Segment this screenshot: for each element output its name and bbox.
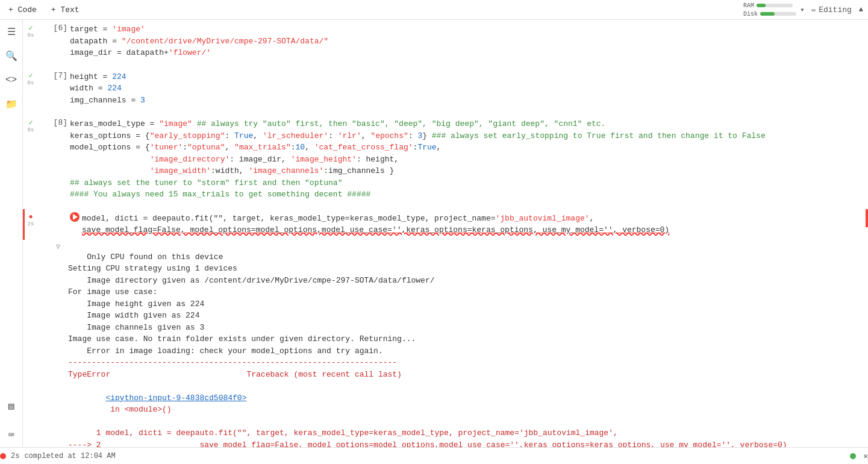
- output-traceback-header: TypeError Traceback (most recent call la…: [68, 369, 868, 381]
- sidebar-files-icon[interactable]: 📁: [4, 97, 19, 111]
- cell-8-check-icon: ✓: [28, 118, 33, 127]
- output-line-2: Setting CPU strategy using 1 devices: [68, 263, 868, 275]
- add-code-button[interactable]: + Code: [5, 4, 40, 16]
- chevron-up-icon[interactable]: ▲: [859, 5, 863, 14]
- divider-8-9: [23, 204, 868, 209]
- cell-6-line1: target = 'image': [70, 24, 863, 36]
- status-error-dot: [0, 453, 6, 459]
- add-text-button[interactable]: + Text: [48, 4, 83, 16]
- cell-7-line2: width = 224: [70, 83, 863, 95]
- cell-8-line5: 'image_width':width, 'image_channels':im…: [70, 165, 863, 177]
- output-dashes: ----------------------------------------…: [68, 357, 868, 369]
- cell-7-line1: height = 224: [70, 71, 863, 83]
- cell-8-content[interactable]: keras_model_type = "image" ## always try…: [70, 117, 868, 202]
- status-bar: 2s completed at 12:04 AM ✕: [0, 447, 868, 464]
- sidebar-menu-icon[interactable]: ☰: [4, 25, 19, 39]
- cell-8-line4: 'image_directory': image_dir, 'image_hei…: [70, 154, 863, 166]
- main-layout: ☰ 🔍 <> 📁 ▤ ⌨ ✓ 0s [6] target = 'image' d…: [0, 20, 868, 447]
- divider-6-7: [23, 63, 868, 67]
- run-triangle-icon: [73, 214, 78, 220]
- output-line-6: Image width given as 224: [68, 310, 868, 322]
- ram-bar-fill: [757, 4, 766, 7]
- cell-8-line6: ## always set the tuner to "storm" first…: [70, 177, 863, 189]
- cell-8-time: 0s: [28, 127, 34, 133]
- toolbar: + Code + Text RAM Disk: [0, 0, 868, 20]
- cell-6-line2: datapath = "/content/drive/MyDrive/cmpe-…: [70, 36, 863, 48]
- cell-7-time: 0s: [28, 80, 34, 86]
- disk-bar-row: Disk: [743, 11, 796, 17]
- output-traceback-line1: 1 model, dicti = deepauto.fit("", target…: [68, 427, 868, 439]
- status-green-dot: [850, 453, 856, 459]
- cell-8-line7: #### You always need 15 max_trials to ge…: [70, 189, 863, 201]
- toolbar-left: + Code + Text: [5, 4, 83, 16]
- sidebar-table-icon[interactable]: ▤: [4, 399, 19, 413]
- disk-label: Disk: [743, 11, 758, 17]
- cell-6-check-icon: ✓: [28, 24, 33, 33]
- cell-9-status: ● 2s: [25, 212, 37, 227]
- output-line-4: For image use case:: [68, 286, 868, 298]
- ram-bar-row: RAM: [743, 2, 796, 9]
- plus-text-label: + Text: [51, 5, 80, 14]
- output-line-3: Image directory given as /content/drive/…: [68, 275, 868, 287]
- cell-9-number: [37, 212, 70, 213]
- ram-label: RAM: [743, 2, 754, 9]
- cell-6-line3: image_dir = datapath+'flower/': [70, 47, 863, 59]
- cell-9-error-dot: ●: [28, 213, 33, 221]
- sidebar: ☰ 🔍 <> 📁 ▤ ⌨: [0, 20, 23, 447]
- cell-9: ● 2s model, dicti = deepauto.fit("", tar…: [23, 209, 868, 240]
- cell-9-code-line1: model, dicti = deepauto.fit("", target, …: [82, 213, 863, 225]
- sidebar-terminal-icon[interactable]: ⌨: [4, 428, 19, 442]
- cell-8: ✓ 0s [8] keras_model_type = "image" ## a…: [23, 114, 868, 204]
- output-toggle-icon[interactable]: ▽: [56, 241, 68, 251]
- cell-9-time: 2s: [28, 221, 34, 227]
- chevron-down-icon: ▾: [800, 5, 804, 14]
- cell-7-number: [7]: [37, 70, 70, 80]
- disk-bar-fill: [760, 12, 775, 16]
- cell-6-time: 0s: [28, 33, 34, 39]
- notebook: ✓ 0s [6] target = 'image' datapath = "/c…: [23, 20, 868, 447]
- resource-bars: RAM Disk: [743, 2, 796, 17]
- cell-6-status: ✓ 0s: [25, 22, 37, 39]
- cell-9-content[interactable]: model, dicti = deepauto.fit("", target, …: [82, 212, 868, 237]
- cell-7-line3: img_channels = 3: [70, 95, 863, 107]
- cell-7: ✓ 0s [7] height = 224 width = 224 img_ch…: [23, 67, 868, 110]
- sidebar-code-icon[interactable]: <>: [4, 73, 19, 87]
- cell-9-output: ▽ Only CPU found on this device Setting …: [68, 240, 868, 448]
- divider-7-8: [23, 110, 868, 114]
- traceback-in-module: in <module>(): [105, 405, 171, 414]
- cell-7-check-icon: ✓: [28, 71, 33, 80]
- cell-6-content[interactable]: target = 'image' datapath = "/content/dr…: [70, 22, 868, 60]
- status-time: 2s: [11, 452, 19, 460]
- traceback-link[interactable]: <ipython-input-9-4838cd5084f0>: [105, 393, 246, 403]
- cell-8-line2: keras_options = {"early_stopping": True,…: [70, 130, 863, 142]
- editing-label: ✏ Editing: [811, 5, 851, 14]
- output-line-7: Image channels given as 3: [68, 322, 868, 334]
- cell-9-code-line2: save_model_flag=False, model_options=mod…: [82, 224, 863, 236]
- run-circle-icon[interactable]: [70, 212, 80, 222]
- scroll-indicator: [866, 209, 868, 227]
- cell-7-content[interactable]: height = 224 width = 224 img_channels = …: [70, 70, 868, 108]
- pencil-icon: ✏: [811, 5, 816, 14]
- plus-code-label: + Code: [8, 5, 37, 14]
- cell-8-line1: keras_model_type = "image" ## always try…: [70, 118, 863, 130]
- ram-bar-bg: [757, 4, 793, 7]
- output-line-5: Image height given as 224: [68, 298, 868, 310]
- sidebar-search-icon[interactable]: 🔍: [4, 49, 19, 63]
- cell-8-number: [8]: [37, 117, 70, 127]
- toolbar-right: RAM Disk ▾ ✏ Editing ▲: [743, 2, 863, 17]
- output-traceback-arrow-line: ----> 2 save_model_flag=False, model_opt…: [68, 439, 868, 448]
- cell-8-status: ✓ 0s: [25, 117, 37, 133]
- cell-6: ✓ 0s [6] target = 'image' datapath = "/c…: [23, 20, 868, 63]
- cell-9-run-button[interactable]: [70, 212, 82, 222]
- output-line-8: Image use case. No train folder exists u…: [68, 333, 868, 345]
- output-line-1: Only CPU found on this device: [68, 251, 868, 263]
- disk-bar-bg: [760, 12, 796, 16]
- cell-6-number: [6]: [37, 22, 70, 33]
- output-line-9: Error in image loading: check your model…: [68, 345, 868, 357]
- cell-7-status: ✓ 0s: [25, 70, 37, 86]
- output-traceback-link-line: <ipython-input-9-4838cd5084f0> in <modul…: [68, 380, 868, 427]
- ram-disk-info[interactable]: RAM Disk ▾: [743, 2, 804, 17]
- status-close-button[interactable]: ✕: [863, 451, 868, 461]
- cell-8-line3: model_options = {'tuner':"optuna", "max_…: [70, 142, 863, 154]
- editing-text: Editing: [819, 5, 852, 14]
